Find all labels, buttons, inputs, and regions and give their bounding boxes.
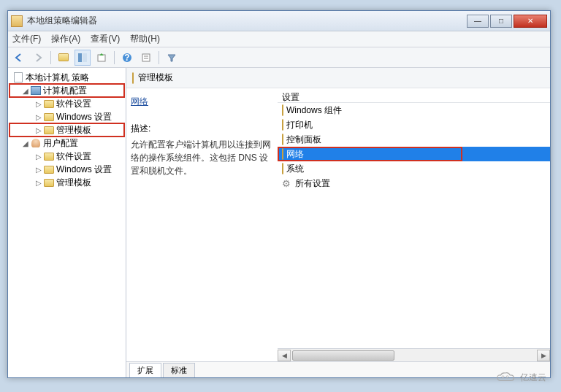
expand-icon[interactable]: ▷ bbox=[34, 100, 43, 108]
scroll-thumb[interactable] bbox=[292, 350, 394, 361]
menu-view[interactable]: 查看(V) bbox=[91, 33, 120, 45]
body: 本地计算机 策略 ◢ 计算机配置 ▷ 软件设置 ▷ Windows 设置 ▷ 管… bbox=[8, 68, 550, 377]
folder-icon bbox=[43, 177, 55, 188]
list-column-header[interactable]: 设置 bbox=[278, 88, 550, 103]
description-heading[interactable]: 网络 bbox=[131, 94, 273, 112]
folder-icon bbox=[43, 112, 55, 122]
list-item-label: 网络 bbox=[286, 148, 304, 161]
folder-icon bbox=[282, 134, 283, 145]
filter-button[interactable] bbox=[164, 50, 180, 66]
list-item[interactable]: 系统 bbox=[278, 161, 550, 176]
watermark-text: 亿速云 bbox=[520, 372, 546, 384]
collapse-icon[interactable]: ◢ bbox=[21, 139, 30, 147]
svg-rect-2 bbox=[98, 55, 105, 61]
tree-user-label: 用户配置 bbox=[43, 137, 78, 150]
folder-icon bbox=[43, 151, 55, 161]
description-pane: 网络 描述: 允许配置客户端计算机用以连接到网络的操作系统组件。这包括 DNS … bbox=[126, 88, 278, 361]
tree-item-label: 管理模板 bbox=[56, 124, 91, 137]
titlebar: 本地组策略编辑器 — □ ✕ bbox=[8, 11, 550, 31]
window-title: 本地组策略编辑器 bbox=[27, 15, 467, 27]
expand-icon[interactable]: ▷ bbox=[34, 113, 43, 121]
tree-item-label: Windows 设置 bbox=[56, 111, 112, 123]
export-button[interactable] bbox=[94, 50, 110, 66]
properties-button[interactable] bbox=[138, 50, 154, 66]
tree-admin-templates[interactable]: ▷ 管理模板 bbox=[9, 123, 124, 137]
computer-icon bbox=[30, 85, 42, 96]
tree-windows-settings[interactable]: ▷ Windows 设置 bbox=[9, 110, 124, 123]
back-button[interactable] bbox=[11, 50, 27, 66]
menu-help[interactable]: 帮助(H) bbox=[130, 33, 160, 45]
up-button[interactable] bbox=[56, 50, 72, 66]
minimize-button[interactable]: — bbox=[467, 15, 489, 28]
list-item-label: 系统 bbox=[286, 163, 304, 175]
horizontal-scrollbar: ◀ ▶ bbox=[278, 348, 550, 361]
view-tabs: 扩展 标准 bbox=[126, 361, 550, 377]
list-item-label: 所有设置 bbox=[295, 177, 330, 190]
expand-icon[interactable]: ▷ bbox=[34, 179, 43, 187]
description-text: 允许配置客户端计算机用以连接到网络的操作系统组件。这包括 DNS 设置和脱机文件… bbox=[131, 138, 273, 177]
content-header: 管理模板 bbox=[126, 68, 550, 88]
folder-icon bbox=[43, 125, 55, 135]
collapse-icon[interactable]: ◢ bbox=[21, 87, 30, 95]
tree-item-label: 软件设置 bbox=[56, 150, 91, 163]
item-list: Windows 组件打印机控制面板网络系统所有设置 bbox=[278, 103, 550, 348]
svg-rect-0 bbox=[78, 53, 82, 62]
tree-windows-settings-user[interactable]: ▷ Windows 设置 bbox=[9, 163, 124, 176]
maximize-button[interactable]: □ bbox=[490, 15, 512, 28]
list-item[interactable]: Windows 组件 bbox=[278, 103, 550, 118]
description-label: 描述: bbox=[131, 123, 273, 135]
tree-item-label: 软件设置 bbox=[56, 98, 91, 110]
list-pane: 设置 Windows 组件打印机控制面板网络系统所有设置 ◀ ▶ bbox=[278, 88, 550, 361]
tree-root-label: 本地计算机 策略 bbox=[26, 72, 89, 84]
menu-file[interactable]: 文件(F) bbox=[12, 33, 41, 45]
gpedit-window: 本地组策略编辑器 — □ ✕ 文件(F) 操作(A) 查看(V) 帮助(H) ? bbox=[7, 10, 551, 378]
forward-button[interactable] bbox=[30, 50, 46, 66]
content-header-title: 管理模板 bbox=[138, 72, 173, 84]
tree-computer-config[interactable]: ◢ 计算机配置 bbox=[9, 84, 124, 97]
tree-item-label: 管理模板 bbox=[56, 177, 91, 189]
show-tree-button[interactable] bbox=[75, 50, 91, 66]
svg-rect-5 bbox=[142, 54, 150, 61]
document-icon bbox=[12, 72, 24, 82]
tree-computer-label: 计算机配置 bbox=[43, 85, 87, 97]
list-column-label: 设置 bbox=[282, 92, 299, 102]
folder-icon bbox=[282, 120, 283, 130]
list-item[interactable]: 打印机 bbox=[278, 118, 550, 132]
cloud-icon bbox=[495, 370, 517, 385]
tree-software-settings-user[interactable]: ▷ 软件设置 bbox=[9, 150, 124, 163]
folder-icon bbox=[132, 73, 134, 83]
tree-software-settings[interactable]: ▷ 软件设置 bbox=[9, 97, 124, 110]
svg-point-8 bbox=[502, 376, 504, 378]
expand-icon[interactable]: ▷ bbox=[34, 126, 43, 134]
app-icon bbox=[11, 15, 23, 27]
tree-pane: 本地计算机 策略 ◢ 计算机配置 ▷ 软件设置 ▷ Windows 设置 ▷ 管… bbox=[8, 68, 126, 377]
close-button[interactable]: ✕ bbox=[514, 15, 547, 28]
folder-icon bbox=[282, 164, 283, 174]
window-buttons: — □ ✕ bbox=[467, 15, 547, 28]
tab-standard[interactable]: 标准 bbox=[163, 363, 195, 377]
tab-extended[interactable]: 扩展 bbox=[129, 363, 161, 377]
content-pane: 管理模板 网络 描述: 允许配置客户端计算机用以连接到网络的操作系统组件。这包括… bbox=[126, 68, 550, 377]
scroll-left-button[interactable]: ◀ bbox=[278, 350, 291, 361]
tree-admin-templates-user[interactable]: ▷ 管理模板 bbox=[9, 176, 124, 189]
tree-user-config[interactable]: ◢ 用户配置 bbox=[9, 137, 124, 150]
svg-point-9 bbox=[506, 376, 508, 378]
list-item[interactable]: 控制面板 bbox=[278, 132, 550, 147]
toolbar-separator bbox=[114, 51, 115, 64]
expand-icon[interactable]: ▷ bbox=[34, 166, 43, 174]
folder-icon bbox=[43, 164, 55, 174]
scroll-right-button[interactable]: ▶ bbox=[537, 350, 550, 361]
list-item[interactable]: 所有设置 bbox=[278, 176, 550, 191]
toolbar: ? bbox=[8, 47, 550, 68]
folder-icon bbox=[282, 105, 283, 115]
tree-item-label: Windows 设置 bbox=[56, 164, 112, 176]
tree-root[interactable]: 本地计算机 策略 bbox=[9, 71, 124, 84]
toolbar-separator bbox=[159, 51, 159, 64]
help-button[interactable]: ? bbox=[119, 50, 135, 66]
svg-rect-1 bbox=[83, 53, 87, 62]
menu-action[interactable]: 操作(A) bbox=[51, 33, 80, 45]
list-item-label: 控制面板 bbox=[286, 134, 321, 146]
expand-icon[interactable]: ▷ bbox=[34, 153, 43, 161]
list-item[interactable]: 网络 bbox=[278, 147, 550, 161]
svg-text:?: ? bbox=[124, 53, 129, 63]
